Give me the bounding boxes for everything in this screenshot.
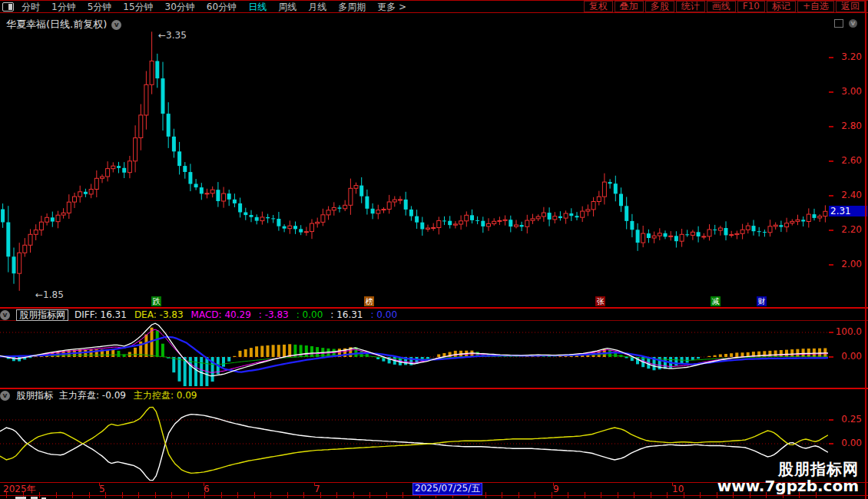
- power-header: v 股朋指标 主力弃盘: -0.09主力控盘: 0.09: [0, 389, 828, 402]
- indicator-field: : 0.00: [371, 309, 398, 320]
- menu-item-10[interactable]: 更多 >: [377, 2, 406, 12]
- date-label: 5: [99, 484, 105, 494]
- watermark-url: www.7gpzb.com: [717, 478, 859, 494]
- watermark: 股朋指标网 www.7gpzb.com: [717, 461, 859, 494]
- date-label: 2025年: [3, 484, 36, 494]
- app-window: 分时1分钟5分钟15分钟30分钟60分钟日线周线月线多周期更多 > 复权叠加多股…: [0, 0, 868, 499]
- date-axis-bottom-border: [0, 495, 868, 496]
- indicator-field: DEA: -3.83: [134, 309, 184, 320]
- flag-财[interactable]: 财: [757, 296, 767, 306]
- toolbar-button-5[interactable]: F10: [737, 1, 765, 12]
- indicator-field: MACD: 40.29: [191, 309, 251, 320]
- indicator-field: 主力控盘: 0.09: [134, 389, 197, 402]
- macd-panel-title: 股朋指标网: [16, 309, 68, 321]
- power-chart[interactable]: [0, 402, 828, 482]
- watermark-site-name: 股朋指标网: [717, 461, 859, 478]
- date-label: 9: [553, 484, 559, 494]
- high-annotation: ←3.35: [158, 30, 187, 41]
- layout-icon[interactable]: [2, 2, 14, 12]
- toolbar-button-8[interactable]: 返回: [836, 1, 865, 12]
- indicator-field: DIFF: 16.31: [75, 309, 127, 320]
- menu-item-3[interactable]: 15分钟: [123, 2, 153, 12]
- date-label: 10: [672, 484, 684, 494]
- low-annotation: ←1.85: [35, 289, 64, 300]
- flag-减[interactable]: 减: [711, 296, 721, 306]
- indicator-field: : -3.83: [259, 309, 289, 320]
- menu-item-2[interactable]: 5分钟: [88, 2, 112, 12]
- indicator-field: : 16.31: [330, 309, 363, 320]
- toolbar-menu: 复权叠加多股统计画线F10标记+自选返回: [584, 1, 865, 12]
- toolbar-button-6[interactable]: 标记: [767, 1, 796, 12]
- indicator-field: : 0.00: [297, 309, 323, 320]
- menu-item-5[interactable]: 60分钟: [207, 2, 237, 12]
- toolbar-button-0[interactable]: 复权: [584, 1, 613, 12]
- menu-item-6[interactable]: 日线: [248, 2, 267, 12]
- toolbar-button-1[interactable]: 叠加: [615, 1, 644, 12]
- date-label: 7: [314, 484, 320, 494]
- selected-date-box: 2025/07/25/五: [412, 483, 482, 495]
- toolbar-button-7[interactable]: +自选: [797, 1, 834, 12]
- toolbar-button-2[interactable]: 多股: [645, 1, 674, 12]
- flag-跌[interactable]: 跌: [151, 296, 161, 306]
- menu-item-0[interactable]: 分时: [22, 2, 40, 12]
- power-panel-title: 股朋指标: [16, 389, 53, 402]
- power-values: 主力弃盘: -0.09主力控盘: 0.09: [59, 389, 197, 402]
- period-menu: 分时1分钟5分钟15分钟30分钟60分钟日线周线月线多周期更多 >: [22, 2, 406, 12]
- right-border: [865, 0, 866, 499]
- main-candle-chart[interactable]: [0, 14, 868, 307]
- toolbar-button-4[interactable]: 画线: [707, 1, 736, 12]
- indicator-field: 主力弃盘: -0.09: [59, 389, 126, 402]
- flag-张[interactable]: 张: [595, 296, 605, 306]
- macd-chart[interactable]: [0, 321, 828, 388]
- macd-collapse-icon[interactable]: v: [0, 310, 10, 320]
- menu-item-9[interactable]: 多周期: [338, 2, 366, 12]
- menu-item-7[interactable]: 周线: [278, 2, 297, 12]
- menu-item-8[interactable]: 月线: [308, 2, 326, 12]
- macd-values: DIFF: 16.31DEA: -3.83MACD: 40.29: -3.83:…: [75, 309, 397, 320]
- menu-bar: 分时1分钟5分钟15分钟30分钟60分钟日线周线月线多周期更多 > 复权叠加多股…: [0, 1, 868, 12]
- menu-item-4[interactable]: 30分钟: [165, 2, 195, 12]
- macd-header: v 股朋指标网 DIFF: 16.31DEA: -3.83MACD: 40.29…: [0, 309, 828, 321]
- toolbar-button-3[interactable]: 统计: [676, 1, 705, 12]
- flag-榜[interactable]: 榜: [364, 296, 374, 306]
- power-collapse-icon[interactable]: v: [0, 391, 10, 401]
- current-price-marker: 2.31: [829, 206, 867, 216]
- menu-item-1[interactable]: 1分钟: [51, 2, 76, 12]
- menu-bottom-border: [0, 12, 868, 13]
